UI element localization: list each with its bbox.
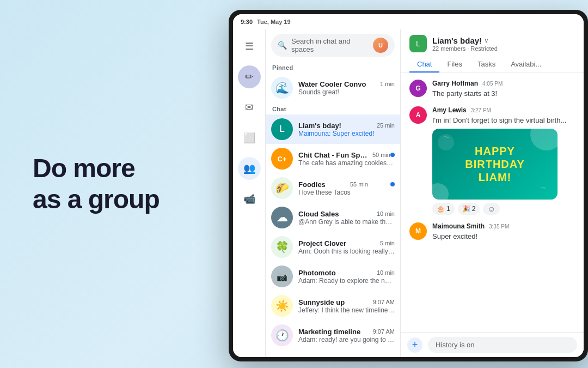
marketing-preview: Adam: ready! are you going to ma... bbox=[298, 336, 395, 343]
tab-tasks[interactable]: Tasks bbox=[470, 57, 503, 73]
cloud-sales-info: Cloud Sales 10 min @Ann Grey is able to … bbox=[298, 210, 395, 226]
project-clover-name: Project Clover bbox=[298, 239, 346, 248]
chat-list-panel: 🔍 Search in chat and spaces U Pinned 🌊 W… bbox=[266, 29, 401, 357]
garry-text: The party starts at 3! bbox=[432, 89, 503, 99]
tab-chat[interactable]: Chat bbox=[409, 57, 439, 73]
compose-button[interactable]: ✏ bbox=[238, 65, 261, 88]
reaction-party[interactable]: 🎉 2 bbox=[458, 203, 480, 215]
cloud-sales-avatar: ☁ bbox=[271, 207, 293, 228]
space-title: Liam's bday! bbox=[432, 36, 482, 45]
liams-bday-time: 25 min bbox=[377, 122, 395, 129]
foodies-name: Foodies bbox=[298, 180, 326, 189]
message-amy: A Amy Lewis 3:27 PM I'm in! Don't forget… bbox=[409, 106, 575, 215]
liams-bday-preview: Maimouna: Super excited! bbox=[298, 130, 395, 137]
project-clover-time: 5 min bbox=[380, 240, 395, 246]
maimouna-text: Super excited! bbox=[432, 232, 509, 242]
photomoto-info: Photomoto 10 min Adam: Ready to explore … bbox=[298, 269, 395, 285]
groups-nav-icon[interactable]: 👥 bbox=[238, 157, 261, 180]
marketing-name: Marketing timeline bbox=[298, 328, 360, 336]
liams-bday-avatar: L bbox=[271, 118, 293, 140]
space-chevron-icon[interactable]: ∨ bbox=[484, 37, 489, 44]
water-cooler-info: Water Cooler Convo 1 min Sounds great! bbox=[298, 80, 395, 96]
chit-chat-time: 50 min bbox=[372, 152, 390, 158]
tab-availability[interactable]: Availabi... bbox=[503, 57, 549, 73]
amy-name: Amy Lewis bbox=[432, 106, 467, 114]
hero-line1: Do more bbox=[33, 153, 160, 184]
message-input[interactable]: History is on bbox=[428, 337, 577, 353]
space-meta: 22 members · Restricted bbox=[432, 45, 498, 52]
chat-item-foodies[interactable]: 🌮 Foodies 55 min I love these Tacos bbox=[266, 173, 400, 203]
chit-chat-avatar: C+ bbox=[271, 148, 293, 170]
chat-item-sunnyside[interactable]: ☀️ Sunnyside up 9:07 AM Jeffery: I think… bbox=[266, 291, 400, 321]
chat-item-marketing[interactable]: 🕐 Marketing timeline 9:07 AM Adam: ready… bbox=[266, 321, 400, 350]
foodies-unread bbox=[390, 182, 395, 186]
water-cooler-name: Water Cooler Convo bbox=[298, 80, 366, 88]
amy-avatar: A bbox=[409, 106, 427, 124]
amy-content: Amy Lewis 3:27 PM I'm in! Don't forget t… bbox=[432, 106, 566, 215]
cake-count: 1 bbox=[446, 205, 450, 213]
chat-tabs: Chat Files Tasks Availabi... bbox=[409, 57, 575, 73]
add-attachment-button[interactable]: + bbox=[407, 337, 422, 353]
menu-icon[interactable]: ☰ bbox=[238, 35, 261, 58]
photomoto-avatar: 📷 bbox=[271, 266, 293, 287]
garry-content: Garry Hoffman 4:05 PM The party starts a… bbox=[432, 80, 503, 99]
amy-time: 3:27 PM bbox=[471, 107, 491, 113]
liams-bday-name: Liam's bday! bbox=[298, 122, 341, 130]
message-maimouna: M Maimouna Smith 3:35 PM Super excited! bbox=[409, 222, 575, 242]
sunnyside-name: Sunnyside up bbox=[298, 298, 345, 306]
search-bar[interactable]: 🔍 Search in chat and spaces U bbox=[271, 34, 395, 57]
add-reaction-button[interactable]: ☺ bbox=[483, 203, 499, 215]
foodies-preview: I love these Tacos bbox=[298, 189, 395, 196]
chat-item-water-cooler[interactable]: 🌊 Water Cooler Convo 1 min Sounds great! bbox=[266, 73, 400, 102]
space-title-group: Liam's bday! ∨ 22 members · Restricted bbox=[432, 36, 498, 52]
chat-header: L Liam's bday! ∨ 22 members · Restricted… bbox=[401, 29, 584, 73]
project-clover-avatar: 🍀 bbox=[271, 236, 293, 258]
spaces-nav-icon[interactable]: ⬜ bbox=[238, 126, 261, 149]
status-date: Tue, May 19 bbox=[257, 19, 291, 25]
cake-emoji: 🎂 bbox=[437, 205, 445, 213]
chat-item-project-clover[interactable]: 🍀 Project Clover 5 min Ann: Oooh this is… bbox=[266, 232, 400, 262]
birthday-card: 〜 〜 HAPPY BIRTHDAY LIAM! bbox=[432, 129, 558, 200]
photomoto-time: 10 min bbox=[377, 269, 395, 276]
marketing-time: 9:07 AM bbox=[373, 328, 395, 335]
maimouna-time: 3:35 PM bbox=[489, 224, 509, 230]
chit-chat-info: Chit Chat - Fun Space 50 min The cafe ha… bbox=[298, 151, 395, 167]
search-input[interactable]: Search in chat and spaces bbox=[291, 37, 369, 53]
project-clover-preview: Ann: Oooh this is looking really good... bbox=[298, 248, 395, 255]
tab-files[interactable]: Files bbox=[439, 57, 469, 73]
cloud-sales-preview: @Ann Grey is able to make the meet... bbox=[298, 218, 395, 226]
garry-time: 4:05 PM bbox=[482, 81, 503, 87]
meet-nav-icon[interactable]: 📹 bbox=[238, 188, 261, 210]
chat-item-photomoto[interactable]: 📷 Photomoto 10 min Adam: Ready to explor… bbox=[266, 262, 400, 291]
sunnyside-time: 9:07 AM bbox=[373, 299, 395, 305]
user-avatar[interactable]: U bbox=[373, 38, 388, 53]
water-cooler-preview: Sounds great! bbox=[298, 88, 395, 96]
status-time: 9:30 bbox=[241, 19, 253, 25]
message-input-area: + History is on bbox=[401, 332, 584, 357]
chat-nav-icon[interactable]: ✉ bbox=[238, 96, 261, 119]
sunnyside-avatar: ☀️ bbox=[271, 295, 293, 317]
tablet-screen: 9:30 Tue, May 19 ☰ ✏ ✉ ⬜ 👥 📹 🔍 Search in… bbox=[233, 14, 584, 357]
chat-item-liams-bday[interactable]: L Liam's bday! 25 min Maimouna: Super ex… bbox=[266, 114, 400, 144]
chat-item-cloud-sales[interactable]: ☁ Cloud Sales 10 min @Ann Grey is able t… bbox=[266, 203, 400, 232]
amy-text: I'm in! Don't forget to sign the virtual… bbox=[432, 116, 566, 125]
chit-chat-preview: The cafe has amazing cookies today ... bbox=[298, 159, 395, 167]
hero-line2: as a group bbox=[33, 184, 160, 216]
reaction-cake[interactable]: 🎂 1 bbox=[432, 203, 455, 215]
foodies-avatar: 🌮 bbox=[271, 177, 293, 199]
chat-item-chit-chat[interactable]: C+ Chit Chat - Fun Space 50 min The cafe… bbox=[266, 144, 400, 173]
cloud-sales-time: 10 min bbox=[377, 210, 395, 217]
app-body: ☰ ✏ ✉ ⬜ 👥 📹 🔍 Search in chat and spaces … bbox=[233, 29, 584, 357]
birthday-card-text: HAPPY BIRTHDAY LIAM! bbox=[465, 144, 525, 184]
photomoto-name: Photomoto bbox=[298, 269, 336, 277]
maimouna-content: Maimouna Smith 3:35 PM Super excited! bbox=[432, 222, 509, 242]
space-avatar: L bbox=[409, 35, 427, 52]
message-garry: G Garry Hoffman 4:05 PM The party starts… bbox=[409, 80, 575, 99]
garry-name: Garry Hoffman bbox=[432, 80, 478, 87]
search-icon: 🔍 bbox=[278, 41, 287, 50]
status-bar: 9:30 Tue, May 19 bbox=[233, 14, 584, 29]
maimouna-avatar: M bbox=[409, 222, 427, 240]
tablet-device: 9:30 Tue, May 19 ☰ ✏ ✉ ⬜ 👥 📹 🔍 Search in… bbox=[229, 10, 588, 361]
photomoto-preview: Adam: Ready to explore the new sol... bbox=[298, 277, 395, 285]
maimouna-name: Maimouna Smith bbox=[432, 222, 485, 230]
